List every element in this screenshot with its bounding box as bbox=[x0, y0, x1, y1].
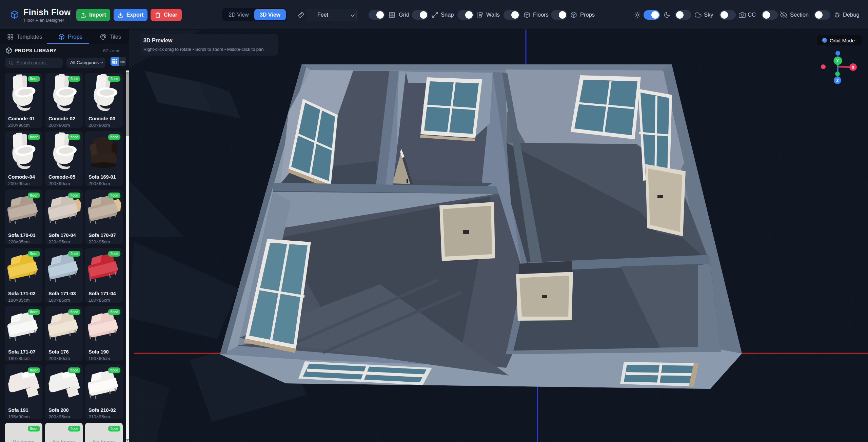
svg-text:Z: Z bbox=[836, 78, 839, 83]
svg-text:Y: Y bbox=[836, 58, 839, 63]
svg-text:X: X bbox=[852, 65, 854, 70]
